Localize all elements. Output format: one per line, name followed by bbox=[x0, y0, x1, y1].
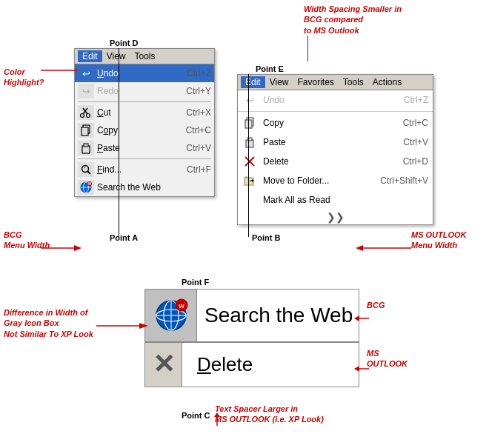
paste-icon bbox=[78, 141, 94, 156]
annotation-color-highlight: ColorHighlight? bbox=[4, 67, 44, 88]
outlook-menu-favorites[interactable]: Favorites bbox=[293, 76, 338, 88]
separator-2 bbox=[78, 158, 211, 159]
bcg-search-text: Search the Web bbox=[197, 304, 359, 327]
svg-line-9 bbox=[88, 172, 91, 175]
bcg-menu-item-find[interactable]: Find... Ctrl+F bbox=[75, 161, 214, 178]
point-b-label: Point B bbox=[252, 233, 281, 242]
outlook-width-arrow bbox=[352, 241, 411, 255]
point-d-label: Point D bbox=[110, 39, 139, 47]
annotation-width-spacing: Width Spacing Smaller inBCG comparedto M… bbox=[304, 4, 402, 36]
outlook-menu-item-delete[interactable]: Delete Ctrl+D bbox=[238, 152, 433, 171]
outlook-separator-1 bbox=[238, 111, 433, 112]
outlook-menubar: Edit View Favorites Tools Actions bbox=[238, 75, 433, 90]
point-a-line bbox=[119, 48, 119, 237]
annotation-ms-outlook-label: MSOUTLOOK bbox=[367, 348, 408, 370]
outlook-comparison-row: ✕ Delete bbox=[144, 342, 359, 387]
outlook-menu-edit[interactable]: Edit bbox=[241, 76, 265, 88]
point-e-label: Point E bbox=[256, 64, 284, 73]
svg-point-2 bbox=[81, 114, 84, 118]
annotation-diff-gray: Difference in Width ofGray Icon BoxNot S… bbox=[4, 307, 93, 339]
search-web-icon: W bbox=[78, 180, 94, 195]
bcg-menu: Edit View Tools ↩ Undo Ctrl+Z ↪ Redo Ctr… bbox=[74, 48, 215, 197]
bcg-menu-item-cut[interactable]: Cut Ctrl+X bbox=[75, 104, 214, 121]
arrow-line-1 bbox=[307, 36, 308, 61]
bcg-menu-tools[interactable]: Tools bbox=[130, 50, 159, 62]
point-f-label: Point F bbox=[182, 278, 209, 287]
delete-icon-outlook bbox=[242, 154, 257, 169]
bcg-web-icon-box: W bbox=[145, 290, 197, 341]
annotation-ms-outlook-width: MS OUTLOOKMenu Width bbox=[411, 230, 467, 251]
bcg-menubar: Edit View Tools bbox=[75, 49, 214, 64]
separator-1 bbox=[78, 101, 211, 102]
outlook-menu-tools[interactable]: Tools bbox=[339, 76, 368, 88]
comparison-divider bbox=[144, 342, 359, 343]
annotation-bcg-width: BCGMenu Width bbox=[4, 230, 50, 251]
bcg-comparison-row: W Search the Web bbox=[144, 289, 359, 342]
svg-marker-34 bbox=[74, 245, 82, 251]
outlook-menu-actions[interactable]: Actions bbox=[368, 76, 406, 88]
bcg-menu-item-paste[interactable]: Paste Ctrl+V bbox=[75, 139, 214, 157]
delete-x-icon: ✕ bbox=[153, 349, 175, 380]
bcg-menu-edit[interactable]: Edit bbox=[78, 50, 102, 62]
mark-read-icon bbox=[242, 193, 257, 207]
point-b-line bbox=[248, 74, 249, 237]
svg-rect-5 bbox=[82, 127, 88, 136]
move-icon-outlook bbox=[242, 173, 257, 188]
outlook-more-button[interactable]: ❯❯ bbox=[238, 210, 433, 224]
copy-icon-outlook bbox=[242, 116, 257, 130]
outlook-menu-item-move[interactable]: Move to Folder... Ctrl+Shift+V bbox=[238, 171, 433, 190]
outlook-menu-item-mark-read[interactable]: Mark All as Read bbox=[238, 190, 433, 210]
svg-point-8 bbox=[82, 166, 89, 173]
bcg-menu-item-search-web[interactable]: W Search the Web bbox=[75, 178, 214, 196]
svg-marker-36 bbox=[356, 245, 363, 251]
bcg-menu-item-undo[interactable]: ↩ Undo Ctrl+Z bbox=[75, 64, 214, 82]
annotation-text-spacer: Text Spacer Larger inMS OUTLOOK (i.e. XP… bbox=[215, 404, 324, 425]
bcg-menu-item-redo[interactable]: ↪ Redo Ctrl+Y bbox=[75, 82, 214, 100]
annotation-bcg-label: BCG bbox=[367, 300, 385, 310]
svg-text:W: W bbox=[179, 303, 184, 310]
outlook-menu: Edit View Favorites Tools Actions ↩ Undo… bbox=[237, 74, 433, 225]
outlook-menu-view[interactable]: View bbox=[265, 76, 293, 88]
find-icon bbox=[78, 162, 94, 177]
bcg-menu-item-copy[interactable]: Copy Ctrl+C bbox=[75, 121, 214, 139]
undo-icon-outlook: ↩ bbox=[242, 93, 257, 107]
undo-icon: ↩ bbox=[78, 66, 94, 81]
outlook-delete-text: Delete bbox=[182, 353, 359, 376]
redo-icon: ↪ bbox=[78, 84, 94, 98]
copy-icon bbox=[78, 123, 94, 138]
svg-rect-7 bbox=[84, 144, 88, 147]
paste-icon-outlook bbox=[242, 135, 257, 150]
bcg-menu-view[interactable]: View bbox=[102, 50, 130, 62]
cut-icon bbox=[78, 105, 94, 120]
outlook-delete-icon-box: ✕ bbox=[145, 342, 182, 387]
svg-point-3 bbox=[87, 114, 90, 118]
comparison-section: W Search the Web ✕ Delete bbox=[144, 289, 359, 387]
outlook-menu-item-undo[interactable]: ↩ Undo Ctrl+Z bbox=[238, 90, 433, 110]
svg-point-10 bbox=[84, 167, 85, 169]
point-c-label: Point C bbox=[182, 411, 210, 420]
outlook-menu-item-copy[interactable]: Copy Ctrl+C bbox=[238, 113, 433, 133]
outlook-menu-item-paste[interactable]: Paste Ctrl+V bbox=[238, 133, 433, 152]
point-a-label: Point A bbox=[110, 233, 138, 242]
